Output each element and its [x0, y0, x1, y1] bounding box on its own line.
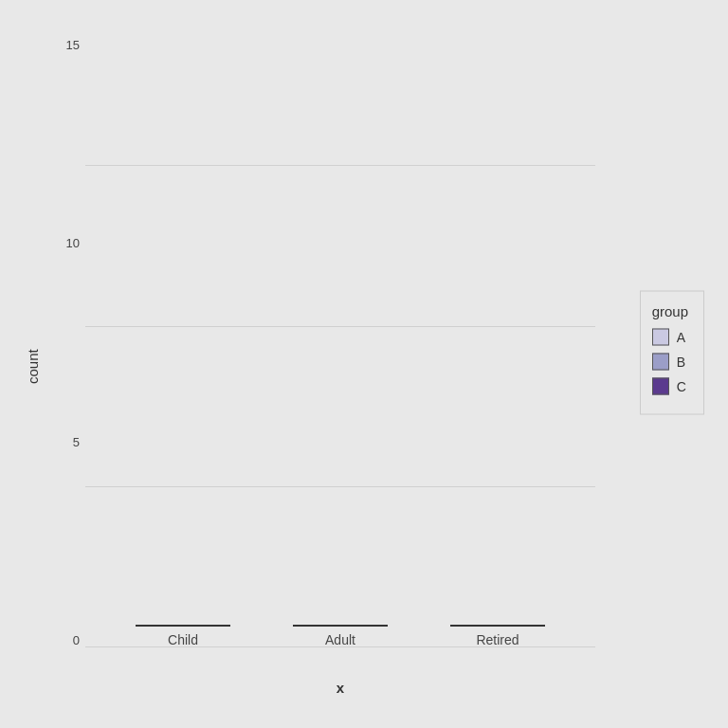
y-tick-10: 10	[66, 236, 80, 250]
bar-retired	[450, 625, 545, 627]
x-axis-title: x	[85, 676, 709, 700]
legend-label-a: A	[677, 329, 685, 344]
x-tick-adult: Adult	[325, 632, 355, 647]
legend-swatch-a	[652, 328, 669, 345]
y-axis-label: count	[19, 28, 46, 676]
bar-child	[136, 625, 230, 627]
legend-swatch-b	[652, 353, 669, 370]
bar-adult	[293, 625, 388, 627]
legend-item-b: B	[652, 353, 688, 370]
legend-title: group	[652, 302, 688, 318]
legend-item-c: C	[652, 377, 688, 394]
y-tick-5: 5	[73, 435, 80, 449]
legend-swatch-c	[652, 377, 669, 394]
chart-container: count 15 10 5 0	[0, 0, 728, 728]
bars-area: Child Adult	[85, 38, 595, 647]
bar-group-child: Child	[131, 625, 235, 647]
y-tick-0: 0	[73, 633, 80, 647]
x-tick-child: Child	[168, 632, 198, 647]
bar-group-retired: Retired	[446, 625, 550, 647]
legend-label-c: C	[677, 378, 686, 393]
legend: group A B C	[640, 290, 704, 414]
bar-group-adult: Adult	[288, 625, 392, 647]
legend-item-a: A	[652, 328, 688, 345]
legend-label-b: B	[677, 354, 685, 369]
y-axis: 15 10 5 0	[46, 28, 85, 676]
x-tick-retired: Retired	[476, 632, 519, 647]
y-tick-15: 15	[66, 38, 80, 52]
